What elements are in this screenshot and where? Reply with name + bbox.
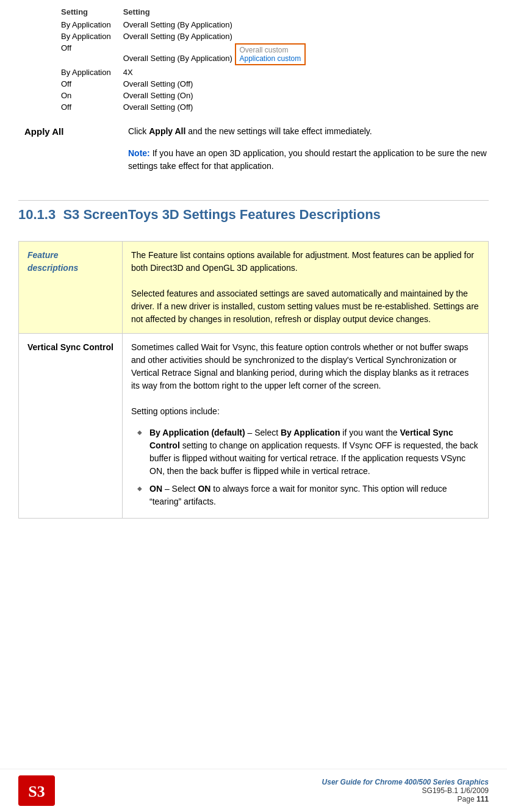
svg-text:S3: S3 xyxy=(28,783,45,800)
note-label: Note: xyxy=(128,148,150,158)
apply-all-para1: Click Apply All and the new settings wil… xyxy=(128,125,489,138)
table-row: By Application Overall Setting (By Appli… xyxy=(55,31,312,42)
table-row: Off Overall Setting (Off) xyxy=(55,101,312,113)
table-row: By Application Overall Setting (By Appli… xyxy=(55,19,312,31)
footer-page-label: Page xyxy=(458,795,476,803)
apply-all-para1-prefix: Click xyxy=(128,126,149,136)
bullet1-text3: setting to change on application request… xyxy=(149,440,478,476)
table-row: On Overall Setting (On) xyxy=(55,90,312,101)
note-text: If you have an open 3D application, you … xyxy=(128,148,487,171)
row4-value: 4X xyxy=(117,66,312,78)
vsync-bullet-by-application: By Application (default) – Select By App… xyxy=(137,424,480,480)
row7-setting: Off xyxy=(55,101,117,113)
feature-label-vsync: Vertical Sync Control xyxy=(19,334,123,519)
apply-all-section: Apply All Click Apply All and the new se… xyxy=(18,125,489,182)
bullet1-text2: if you want the xyxy=(340,428,400,437)
s3-logo: S3 xyxy=(18,775,55,806)
dropdown-option-overall[interactable]: Overall custom xyxy=(240,46,301,54)
footer-doc-title: User Guide for Chrome 400/500 Series Gra… xyxy=(55,778,489,786)
row5-value: Overall Setting (Off) xyxy=(117,78,312,90)
feature-desc-para2: Selected features and associated setting… xyxy=(131,287,480,326)
section-title: S3 ScreenToys 3D Settings Features Descr… xyxy=(63,207,380,222)
feature-row-vsync: Vertical Sync Control Sometimes called W… xyxy=(19,334,489,519)
bullet2-bold2: ON xyxy=(198,484,210,494)
row4-setting: By Application xyxy=(55,66,117,78)
overall-setting-label: Overall Setting (By Application) xyxy=(123,54,232,63)
apply-all-bold: Apply All xyxy=(149,126,185,136)
feature-table: Featuredescriptions The Feature list con… xyxy=(18,241,489,519)
vsync-setting-label: Setting options include: xyxy=(131,405,480,418)
table-header-setting1: Setting xyxy=(55,6,117,19)
row3-value: Overall Setting (By Application) Overall… xyxy=(117,42,312,66)
row6-setting: On xyxy=(55,90,117,101)
row7-value: Overall Setting (Off) xyxy=(117,101,312,113)
footer-doc-id: SG195-B.1 1/6/2009 xyxy=(55,786,489,795)
feature-content-vsync: Sometimes called Wait for Vsync, this fe… xyxy=(123,334,489,519)
bullet1-text1: – Select xyxy=(245,428,281,437)
page-footer: S3 User Guide for Chrome 400/500 Series … xyxy=(0,769,507,812)
vsync-bullet-on: ON – Select ON to always force a wait fo… xyxy=(137,480,480,511)
row2-value: Overall Setting (By Application) xyxy=(117,31,312,42)
table-row: By Application 4X xyxy=(55,66,312,78)
dropdown-option-application[interactable]: Application custom xyxy=(240,54,301,63)
footer-page-num: 111 xyxy=(476,795,489,803)
row1-value: Overall Setting (By Application) xyxy=(117,19,312,31)
bullet2-bold1: ON xyxy=(149,484,162,494)
settings-table: Setting Setting By Application Overall S… xyxy=(55,6,312,113)
row3-setting: Off xyxy=(55,42,117,66)
row2-setting: By Application xyxy=(55,31,117,42)
feature-content-descriptions: The Feature list contains options availa… xyxy=(123,242,489,334)
feature-row-descriptions: Featuredescriptions The Feature list con… xyxy=(19,242,489,334)
apply-all-label: Apply All xyxy=(24,125,128,182)
table-header-setting2: Setting xyxy=(117,6,312,19)
row6-value: Overall Setting (On) xyxy=(117,90,312,101)
dropdown-box[interactable]: Overall custom Application custom xyxy=(235,43,306,65)
feature-desc-para1: The Feature list contains options availa… xyxy=(131,249,480,275)
bullet1-bold1: By Application (default) xyxy=(149,428,245,437)
feature-label-descriptions: Featuredescriptions xyxy=(19,242,123,334)
section-heading: 10.1.3 S3 ScreenToys 3D Settings Feature… xyxy=(18,200,489,229)
row1-setting: By Application xyxy=(55,19,117,31)
vsync-bullet-list: By Application (default) – Select By App… xyxy=(131,424,480,511)
vsync-intro: Sometimes called Wait for Vsync, this fe… xyxy=(131,341,480,392)
apply-all-para1-suffix: and the new settings will take effect im… xyxy=(185,126,372,136)
table-row: Off Overall Setting (Off) xyxy=(55,78,312,90)
row5-setting: Off xyxy=(55,78,117,90)
bullet2-text1: – Select xyxy=(162,484,198,494)
footer-text: User Guide for Chrome 400/500 Series Gra… xyxy=(55,778,489,803)
bullet1-bold2: By Application xyxy=(281,428,340,437)
s3-logo-svg: S3 xyxy=(18,775,55,806)
footer-page: Page 111 xyxy=(55,795,489,803)
section-number: 10.1.3 xyxy=(18,207,56,222)
table-row: Off Overall Setting (By Application) Ove… xyxy=(55,42,312,66)
apply-all-para2: Note: If you have an open 3D application… xyxy=(128,147,489,173)
apply-all-content: Click Apply All and the new settings wil… xyxy=(128,125,489,182)
